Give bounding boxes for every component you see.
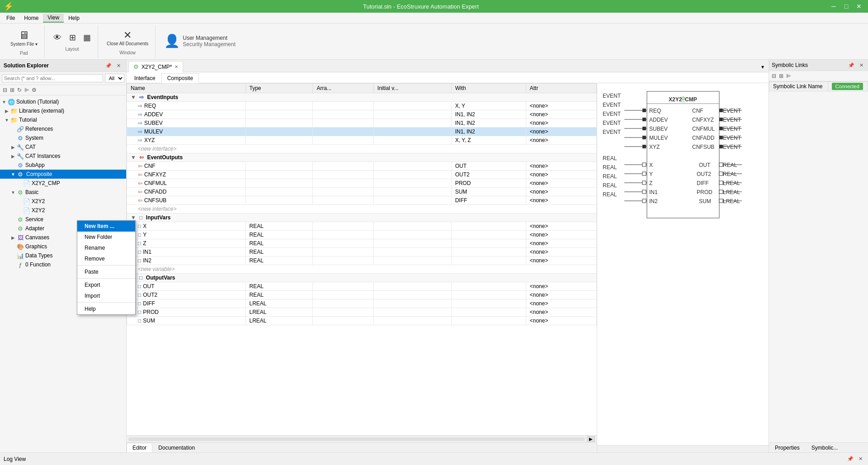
diagram-scrollbar[interactable] (597, 445, 769, 452)
tree-filter[interactable]: ⊫ (24, 86, 30, 94)
row-cnfadd[interactable]: ⇦CNFADD SUM <none> (127, 188, 597, 196)
tree-expand-solution[interactable]: ▼ (1, 100, 7, 104)
tree-item-cat-instances[interactable]: ▶ 🔧 CAT Instances (0, 152, 126, 161)
row-new-interface-2[interactable]: <new interface> (127, 205, 597, 214)
tree-expand-composite[interactable]: ▼ (10, 172, 16, 177)
row-addev[interactable]: ⇨ADDEV IN1, IN2 <none> (127, 110, 597, 119)
row-out[interactable]: □OUT REAL <none> (127, 282, 597, 291)
search-input[interactable] (2, 74, 103, 82)
view2-button[interactable]: ⊞ (66, 31, 79, 45)
row-new-variable[interactable]: <new variable> (127, 265, 597, 274)
cell-diff-array (313, 299, 373, 308)
tree-item-solution[interactable]: ▼ 🌐 Solution (Tutorial) (0, 97, 126, 106)
tree-item-x2y2-2[interactable]: 📄 X2Y2 (0, 206, 126, 215)
maximize-button[interactable]: □ (841, 1, 852, 12)
row-req[interactable]: ⇨REQ X, Y <none> (127, 102, 597, 110)
panel-close-button[interactable]: ✕ (114, 62, 123, 70)
datatypes-icon: 📊 (16, 251, 24, 260)
tree-expand-cat-instances[interactable]: ▶ (10, 154, 16, 159)
context-menu-new-item[interactable]: New Item ... (77, 221, 135, 232)
menu-file[interactable]: File (2, 14, 19, 22)
cell-cnfadd-with: SUM (451, 188, 526, 196)
cell-req-with: X, Y (451, 102, 526, 110)
tree-collapse-all[interactable]: ⊟ (2, 86, 8, 94)
sym-links-close-button[interactable]: ✕ (857, 61, 865, 69)
tree-item-x2y2-cmp[interactable]: 📄 X2Y2_CMP (0, 179, 126, 188)
row-cnf[interactable]: ⇦CNF OUT <none> (127, 162, 597, 171)
view3-button[interactable]: ▦ (80, 31, 94, 45)
tree-item-system[interactable]: ⚙ System (0, 133, 126, 142)
context-menu-remove[interactable]: Remove (77, 253, 135, 264)
row-z[interactable]: □Z REAL <none> (127, 239, 597, 248)
tree-item-subapp[interactable]: ⚙ SubApp (0, 161, 126, 170)
row-in2[interactable]: □IN2 REAL <none> (127, 256, 597, 265)
menu-home[interactable]: Home (19, 14, 43, 22)
system-file-button[interactable]: 🖥 System File ▾ (7, 28, 41, 49)
export-label: Export (85, 282, 100, 288)
close-button[interactable]: ✕ (854, 1, 864, 12)
tree-item-libraries[interactable]: ▶ 📁 Libraries (external) (0, 106, 126, 115)
row-prod[interactable]: □PROD LREAL <none> (127, 308, 597, 317)
tree-item-references[interactable]: 🔗 References (0, 124, 126, 133)
context-menu-export[interactable]: Export (77, 280, 135, 290)
context-menu-import[interactable]: Import (77, 290, 135, 301)
user-management-button[interactable]: 👤 User Management Security Management (161, 33, 239, 51)
context-menu-paste[interactable]: Paste (77, 266, 135, 277)
tab-close-x2y2-cmp[interactable]: ✕ (175, 64, 178, 69)
tree-expand-tutorial[interactable]: ▼ (4, 118, 10, 123)
table-scrollbar[interactable] (128, 437, 585, 441)
context-menu-new-folder[interactable]: New Folder (77, 232, 135, 242)
tree-properties[interactable]: ⚙ (31, 86, 38, 94)
bottom-tab-editor[interactable]: Editor (127, 443, 152, 452)
row-cnfxyz[interactable]: ⇦CNFXYZ OUT2 <none> (127, 171, 597, 179)
table-scroll-right[interactable]: ▶ (587, 436, 595, 442)
tree-item-x2y2-1[interactable]: 📄 X2Y2 (0, 197, 126, 206)
minimize-button[interactable]: ─ (828, 1, 839, 12)
panel-pin-button[interactable]: 📌 (104, 62, 113, 70)
sym-links-view1[interactable]: ⊟ (771, 72, 777, 80)
tab-dropdown-button[interactable]: ▾ (760, 63, 766, 71)
row-y[interactable]: □Y REAL <none> (127, 231, 597, 239)
close-all-button[interactable]: ✕ Close All Documents (104, 28, 151, 48)
sym-links-pin-button[interactable]: 📌 (847, 61, 855, 69)
x2y2-cmp-label: X2Y2_CMP (31, 180, 60, 186)
tree-expand-basic[interactable]: ▼ (10, 190, 16, 195)
row-subev[interactable]: ⇨SUBEV IN1, IN2 <none> (127, 119, 597, 128)
log-view-pin-button[interactable]: 📌 (846, 455, 854, 463)
tree-expand-all[interactable]: ⊞ (9, 86, 15, 94)
right-tab-properties[interactable]: Properties (769, 443, 806, 452)
row-mulev[interactable]: ⇨MULEV IN1, IN2 <none> (127, 128, 597, 136)
right-tab-symbolic[interactable]: Symbolic... (806, 443, 844, 452)
row-cnfmul[interactable]: ⇦CNFMUL PROD <none> (127, 179, 597, 188)
search-scope[interactable]: All (105, 74, 124, 83)
context-menu-help[interactable]: Help (77, 304, 135, 314)
row-sum[interactable]: □SUM LREAL <none> (127, 317, 597, 325)
sub-tab-interface[interactable]: Interface (128, 73, 161, 83)
log-view-close-button[interactable]: ✕ (856, 455, 864, 463)
sub-tab-composite[interactable]: Composite (161, 73, 199, 83)
tree-item-tutorial[interactable]: ▼ 📁 Tutorial (0, 115, 126, 124)
sym-links-filter[interactable]: ⊫ (785, 72, 792, 80)
row-xyz[interactable]: ⇨XYZ X, Y, Z <none> (127, 136, 597, 145)
sym-links-view2[interactable]: ⊞ (778, 72, 784, 80)
bottom-tab-documentation[interactable]: Documentation (152, 443, 201, 452)
menu-view[interactable]: View (43, 14, 64, 23)
tree-item-composite[interactable]: ▼ ⚙ Composite (0, 170, 126, 179)
row-out2[interactable]: □OUT2 REAL <none> (127, 291, 597, 299)
tab-x2y2-cmp[interactable]: ⚙ X2Y2_CMP* ✕ (128, 61, 183, 72)
row-cnfsub[interactable]: ⇦CNFSUB DIFF <none> (127, 196, 597, 205)
row-x[interactable]: □X REAL <none> (127, 222, 597, 231)
panel-header-controls: 📌 ✕ (104, 62, 123, 70)
menu-help[interactable]: Help (64, 14, 84, 22)
row-diff[interactable]: □DIFF LREAL <none> (127, 299, 597, 308)
context-menu-rename[interactable]: Rename (77, 242, 135, 253)
tree-refresh[interactable]: ↻ (16, 86, 23, 94)
row-new-interface-1[interactable]: <new interface> (127, 145, 597, 153)
tree-item-basic[interactable]: ▼ ⚙ Basic (0, 188, 126, 197)
row-in1[interactable]: □IN1 REAL <none> (127, 248, 597, 256)
tree-expand-libraries[interactable]: ▶ (4, 109, 10, 114)
view1-button[interactable]: 👁 (50, 31, 65, 45)
tree-expand-cat[interactable]: ▶ (10, 145, 16, 150)
tree-expand-canvases[interactable]: ▶ (10, 235, 16, 240)
tree-item-cat[interactable]: ▶ 🔧 CAT (0, 142, 126, 152)
